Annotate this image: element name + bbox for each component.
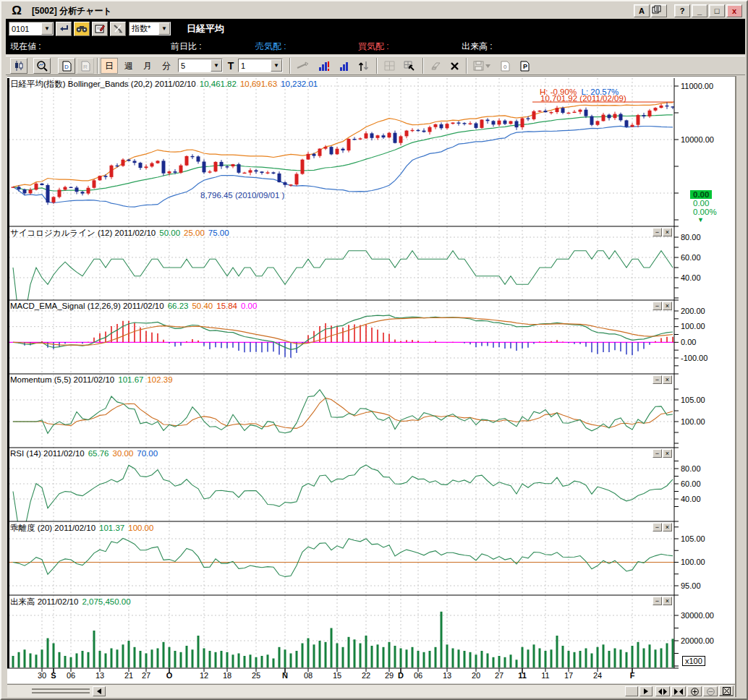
ytick-rsi-1: 60.00 xyxy=(681,479,701,488)
scroll-left-icon[interactable] xyxy=(93,686,106,696)
panel-psych-value-1: 25.00 xyxy=(184,229,205,237)
page-p-icon[interactable]: P xyxy=(516,58,533,74)
zoom-chart-icon[interactable] xyxy=(33,58,51,74)
chart-settings-icon[interactable] xyxy=(401,58,418,74)
new-page-icon[interactable]: D xyxy=(58,58,75,74)
close-all-icon[interactable] xyxy=(719,686,734,696)
chart-toolbar: D R 日 週 月 分 5 ▼ T 1 ▼ xyxy=(6,56,745,75)
count-combo[interactable]: 1 ▼ xyxy=(238,59,283,72)
category-select[interactable]: 指数* ▼ xyxy=(129,22,171,35)
delete-x-icon[interactable] xyxy=(446,58,463,74)
count-combo-value: 1 xyxy=(239,61,271,70)
edit-memo-icon[interactable] xyxy=(92,22,108,36)
compress-bars-icon[interactable] xyxy=(671,686,686,696)
svg-text:0: 0 xyxy=(503,64,507,70)
period-minute-button[interactable]: 分 xyxy=(158,58,175,74)
panel-momentum-value-0: 101.67 xyxy=(118,375,143,384)
panel-momentum-minimize-button[interactable]: − xyxy=(653,375,662,384)
panel-kairi-value-1: 100.00 xyxy=(128,524,153,532)
scroll-right-icon[interactable] xyxy=(639,686,653,696)
draw-line-icon[interactable] xyxy=(294,58,311,74)
panel-rsi-minimize-button[interactable]: − xyxy=(653,449,662,458)
xlabel-18: 20 xyxy=(467,671,485,680)
chevron-down-icon[interactable]: ▼ xyxy=(41,22,53,35)
panel-header-macd: MACD_EMA_Signal (12,26,9) 2011/02/1066.2… xyxy=(10,302,257,310)
close-button[interactable]: x xyxy=(726,4,742,17)
ytick-macd-3: -100.00 xyxy=(681,354,707,362)
ytick-main-0: 11000.00 xyxy=(681,82,713,90)
panel-header-rsi: RSI (14) 2011/02/1065.7630.0070.00 xyxy=(10,449,158,458)
panel-volume-minimize-button[interactable]: − xyxy=(653,597,662,605)
quote-info-bar: 現在値 : 前日比 : 売気配 : 買気配 : 出来高 : xyxy=(6,38,745,54)
expand-bars-icon[interactable] xyxy=(655,686,670,696)
title-bar: Ω [5002] 分析チャート A ? _ □ x xyxy=(3,3,747,19)
grid-icon[interactable] xyxy=(381,58,398,74)
xlabel-6: O xyxy=(160,671,179,680)
save-icon[interactable] xyxy=(470,58,493,74)
panel-kairi-value-0: 101.37 xyxy=(99,524,124,532)
panel-rsi-close-button[interactable]: × xyxy=(663,449,672,458)
scroll-blank-button[interactable] xyxy=(625,686,638,696)
svg-text:P: P xyxy=(523,63,527,70)
quote-change: 0.00 xyxy=(690,199,717,208)
app-window: Ω [5002] 分析チャート A ? _ □ x 0101 ▼ xyxy=(0,0,748,700)
horizontal-scrollbar[interactable] xyxy=(7,684,735,697)
panel-volume-value-0: 2,075,450.00 xyxy=(82,597,130,606)
panel-kairi-close-button[interactable]: × xyxy=(663,523,672,532)
panel-psych-minimize-button[interactable]: − xyxy=(653,228,662,236)
xlabel-21: 11 xyxy=(536,671,555,680)
copy-window-icon[interactable] xyxy=(651,4,667,17)
chart-area[interactable]: 日経平均(指数) Bollinger_Bands (20,2) 2011/02/… xyxy=(7,76,735,684)
font-button[interactable]: A xyxy=(634,4,650,17)
eraser-icon[interactable] xyxy=(427,58,444,74)
chevron-down-icon[interactable]: ▼ xyxy=(211,59,222,72)
sort-updown-icon[interactable] xyxy=(354,58,372,74)
panel-header-psych: サイコロジカルライン (12) 2011/02/1050.0025.0075.0… xyxy=(10,228,229,239)
page-copy-icon[interactable]: R xyxy=(77,58,94,74)
minute-combo[interactable]: 5 ▼ xyxy=(178,59,223,72)
xlabel-17: 13 xyxy=(438,671,456,680)
zoom-in-icon[interactable] xyxy=(687,686,702,696)
ytick-macd-0: 200.00 xyxy=(681,307,705,315)
xlabel-16: 06 xyxy=(409,671,428,680)
panel-main-value-2: 10,232.01 xyxy=(281,80,318,88)
chevron-down-icon[interactable]: ▼ xyxy=(158,22,170,35)
minute-combo-value: 5 xyxy=(179,61,211,70)
panel-volume-close-button[interactable]: × xyxy=(663,597,672,605)
panel-macd-minimize-button[interactable]: − xyxy=(653,302,662,310)
panel-header-main: 日経平均(指数) Bollinger_Bands (20,2) 2011/02/… xyxy=(10,79,318,90)
page-zero-icon[interactable]: 0 xyxy=(496,58,514,74)
period-day-button[interactable]: 日 xyxy=(101,58,118,74)
app-logo: Ω xyxy=(9,4,25,17)
panel-kairi-minimize-button[interactable]: − xyxy=(653,523,662,532)
binoculars-icon[interactable] xyxy=(74,22,90,36)
right-frame xyxy=(735,76,748,697)
candlestick-chart-icon[interactable] xyxy=(10,58,27,74)
red-bars-icon[interactable] xyxy=(315,58,333,74)
ytick-rsi-0: 80.00 xyxy=(681,464,701,473)
symbol-code-input[interactable]: 0101 ▼ xyxy=(9,22,54,35)
change-label: 前日比 : xyxy=(171,40,202,53)
blue-bars-icon[interactable] xyxy=(336,58,353,74)
enter-icon[interactable] xyxy=(56,22,72,36)
zoom-out-icon[interactable] xyxy=(703,686,718,696)
xlabel-5: 27 xyxy=(137,671,156,680)
panel-macd-value-3: 0.00 xyxy=(241,302,257,310)
panel-header-volume: 出来高 2011/02/102,075,450.00 xyxy=(10,597,131,607)
period-month-button[interactable]: 月 xyxy=(139,58,156,74)
scrollbar-grip[interactable] xyxy=(32,688,90,693)
xlabel-20: 11 xyxy=(513,671,532,680)
current-price-label: 現在値 : xyxy=(10,40,41,53)
panel-header-momentum: Momentum (5,5) 2011/02/10101.67102.39 xyxy=(10,375,173,384)
clear-pen-icon[interactable] xyxy=(110,22,126,36)
chevron-down-icon[interactable]: ▼ xyxy=(271,59,282,72)
panel-psych-close-button[interactable]: × xyxy=(663,228,672,236)
ytick-psych-1: 60.00 xyxy=(681,253,701,262)
maximize-button[interactable]: □ xyxy=(709,4,725,17)
minimize-button[interactable]: _ xyxy=(692,4,707,17)
panel-momentum-close-button[interactable]: × xyxy=(663,375,672,384)
bid-label: 買気配 : xyxy=(358,40,389,53)
panel-macd-close-button[interactable]: × xyxy=(663,302,672,310)
period-week-button[interactable]: 週 xyxy=(120,58,137,74)
help-button[interactable]: ? xyxy=(674,4,690,17)
